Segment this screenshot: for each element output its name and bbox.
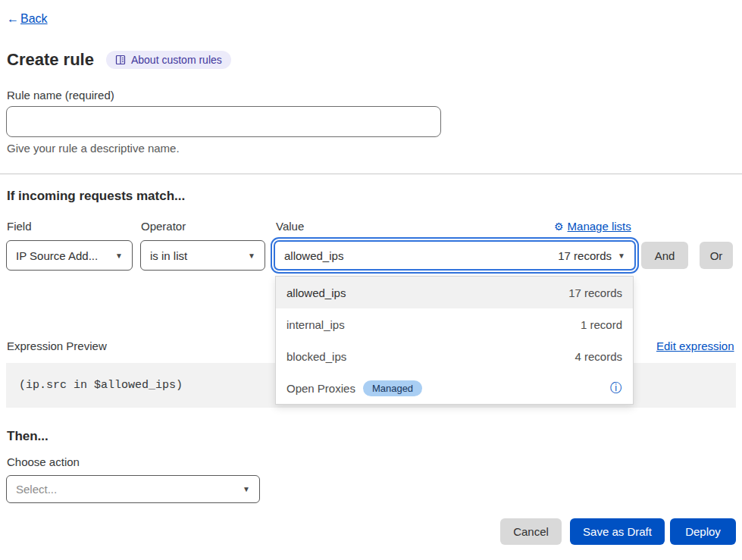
list-name: internal_ips <box>286 318 345 331</box>
chevron-down-icon: ▼ <box>243 485 250 493</box>
operator-select[interactable]: is in list ▼ <box>140 240 265 271</box>
choose-action-label: Choose action <box>7 455 80 468</box>
deploy-button[interactable]: Deploy <box>670 518 736 545</box>
rule-name-helper: Give your rule a descriptive name. <box>7 142 180 155</box>
about-badge-label: About custom rules <box>131 54 222 66</box>
value-select-value: allowed_ips <box>284 249 343 262</box>
info-icon[interactable]: ⓘ <box>610 380 622 396</box>
match-section-title: If incoming requests match... <box>7 189 185 204</box>
title-row: Create rule About custom rules <box>7 50 231 70</box>
action-select-placeholder: Select... <box>16 483 57 496</box>
save-as-draft-button[interactable]: Save as Draft <box>570 518 665 545</box>
about-custom-rules-link[interactable]: About custom rules <box>106 51 231 69</box>
chevron-down-icon: ▼ <box>115 252 123 260</box>
manage-lists-link[interactable]: ⚙ Manage lists <box>554 220 631 233</box>
and-button[interactable]: And <box>641 242 688 269</box>
then-section-title: Then... <box>7 429 49 444</box>
operator-select-value: is in list <box>150 249 187 262</box>
page-title: Create rule <box>7 50 94 70</box>
section-divider <box>0 174 742 174</box>
list-name: allowed_ips <box>286 286 346 299</box>
value-dropdown-panel: allowed_ips 17 records internal_ips 1 re… <box>275 276 634 405</box>
cancel-button[interactable]: Cancel <box>500 518 562 545</box>
list-record-count: 17 records <box>568 286 622 299</box>
book-icon <box>115 55 126 65</box>
create-rule-page: ←Back Create rule About custom rules Rul… <box>0 0 742 560</box>
gear-icon: ⚙ <box>554 221 564 233</box>
chevron-down-icon: ▼ <box>618 252 625 260</box>
dropdown-option-blocked-ips[interactable]: blocked_ips 4 records <box>276 340 633 372</box>
managed-badge: Managed <box>363 380 422 396</box>
dropdown-option-allowed-ips[interactable]: allowed_ips 17 records <box>276 277 633 308</box>
dropdown-option-internal-ips[interactable]: internal_ips 1 record <box>276 308 633 340</box>
field-label: Field <box>7 220 32 233</box>
chevron-down-icon: ▼ <box>248 252 255 260</box>
dropdown-option-open-proxies[interactable]: Open Proxies Managed ⓘ <box>276 372 633 404</box>
expression-preview-label: Expression Preview <box>7 339 107 352</box>
edit-expression-link[interactable]: Edit expression <box>656 339 734 352</box>
manage-lists-label[interactable]: Manage lists <box>568 220 631 233</box>
list-name: Open Proxies <box>286 382 355 395</box>
expression-code: (ip.src in $allowed_ips) <box>19 379 183 392</box>
back-link[interactable]: ←Back <box>7 12 48 26</box>
field-select-value: IP Source Add... <box>16 249 98 262</box>
field-select[interactable]: IP Source Add... ▼ <box>6 240 133 271</box>
value-select-records: 17 records <box>558 249 612 262</box>
rule-name-label: Rule name (required) <box>7 89 114 102</box>
or-button[interactable]: Or <box>700 242 733 269</box>
list-record-count: 4 records <box>575 350 622 363</box>
list-name: blocked_ips <box>286 350 346 363</box>
action-select[interactable]: Select... ▼ <box>6 475 260 503</box>
value-label: Value <box>276 220 304 233</box>
value-select[interactable]: allowed_ips 17 records ▼ <box>274 240 636 271</box>
list-record-count: 1 record <box>581 318 622 331</box>
rule-name-input[interactable] <box>6 106 441 137</box>
left-arrow-icon: ← <box>7 12 19 26</box>
operator-label: Operator <box>141 220 186 233</box>
back-link-label[interactable]: Back <box>20 12 48 25</box>
